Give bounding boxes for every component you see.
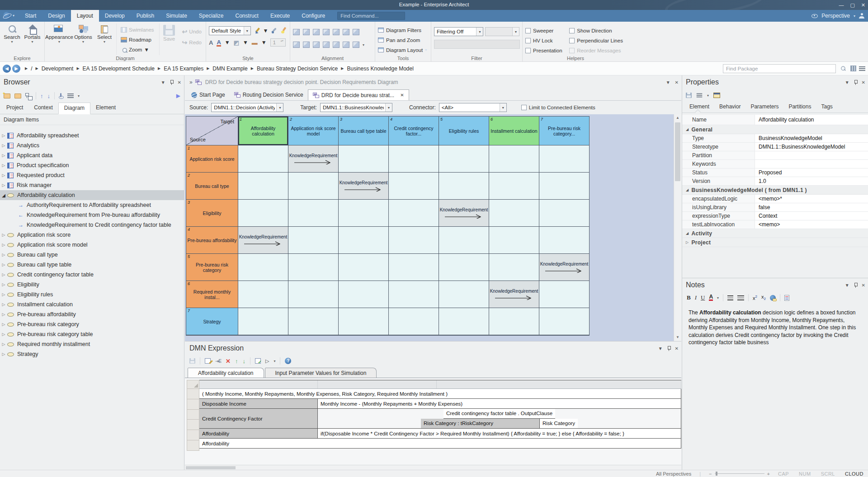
tab-close-icon[interactable]: ✕: [400, 93, 404, 98]
tree-item[interactable]: ▷Application risk score: [0, 230, 184, 240]
matrix-cell[interactable]: KnowledgeRequirement: [238, 227, 288, 254]
align-bottom-icon[interactable]: [323, 42, 330, 48]
notes-text[interactable]: The Affordability calculation decision l…: [682, 304, 868, 470]
section-expand-icon[interactable]: ▷: [686, 240, 689, 244]
properties-dialog-icon[interactable]: [713, 93, 720, 98]
diagram-tab[interactable]: DRD for Decide bureau strat...✕: [308, 89, 409, 100]
browser-menu-icon[interactable]: [67, 94, 74, 98]
matrix-cell[interactable]: [389, 200, 439, 227]
expand-icon[interactable]: ▷: [0, 183, 7, 187]
app-logo-icon[interactable]: [3, 12, 11, 19]
matrix-cell[interactable]: [439, 173, 489, 200]
make-same-height-icon[interactable]: [293, 29, 300, 35]
target-combo[interactable]: DMN1.1::BusinessKnowledge ▼: [320, 103, 392, 112]
matrix-row-header[interactable]: 4Pre-bureau affordability: [186, 227, 238, 254]
ribbon-tab-construct[interactable]: Construct: [230, 10, 264, 22]
default-style-combo[interactable]: Default Style ▼: [209, 26, 251, 35]
tools-pan-and-zoom[interactable]: Pan and Zoom: [378, 36, 427, 44]
zoom-button[interactable]: Zoom ▼: [119, 45, 156, 54]
matrix-cell[interactable]: [439, 308, 489, 335]
new-package-icon[interactable]: [4, 94, 10, 98]
dmn-entry-name[interactable]: Credit Contingency Factor: [199, 409, 318, 428]
dmn-entry-name[interactable]: Affordability: [199, 429, 318, 438]
browser-close-icon[interactable]: ✕: [178, 80, 181, 85]
dmn-parameters-row[interactable]: ( Monthly Income, Monthly Repayments, Mo…: [199, 389, 681, 399]
matrix-cell[interactable]: [339, 254, 389, 281]
expand-icon[interactable]: ▷: [0, 322, 7, 327]
matrix-column-header[interactable]: 3Bureau call type table: [339, 117, 389, 145]
move-down-icon[interactable]: ↓: [47, 93, 51, 99]
roadmap-button[interactable]: Roadmap: [119, 35, 156, 44]
tree-item[interactable]: →AuthorityRequirement to Affordability s…: [0, 200, 184, 210]
dmn-pin-icon[interactable]: [667, 346, 670, 351]
property-value[interactable]: [755, 151, 868, 159]
property-value[interactable]: [755, 160, 868, 168]
properties-dropdown-icon[interactable]: ▼: [845, 80, 849, 85]
space-evenly-horizontal-icon[interactable]: [333, 42, 340, 48]
locate-element-icon[interactable]: [59, 93, 63, 99]
ribbon-tab-publish[interactable]: Publish: [131, 10, 160, 22]
tree-item[interactable]: ▷Product specification: [0, 160, 184, 170]
ribbon-tab-simulate[interactable]: Simulate: [160, 10, 193, 22]
matrix-cell[interactable]: [539, 173, 590, 200]
dmn-row-selector[interactable]: [187, 420, 199, 430]
tools-diagram-filters[interactable]: Diagram Filters: [378, 26, 427, 34]
matrix-cell[interactable]: [439, 254, 489, 281]
dmn-insert-node-icon[interactable]: ⇥E: [215, 359, 221, 364]
properties-section[interactable]: ◢General: [682, 125, 868, 134]
font-button[interactable]: A: [209, 39, 213, 46]
align-top-icon[interactable]: [313, 42, 320, 48]
breadcrumb-item[interactable]: EA 15 Development Schedule: [83, 65, 155, 72]
scroll-down-icon[interactable]: ▼: [674, 334, 681, 341]
section-collapse-icon[interactable]: ◢: [686, 188, 689, 192]
dmn-row-selector[interactable]: [187, 399, 199, 410]
matrix-cell[interactable]: [339, 308, 389, 335]
notes-close-icon[interactable]: ✕: [862, 283, 865, 288]
close-icon[interactable]: ✕: [861, 2, 865, 8]
browser-pin-icon[interactable]: [170, 80, 173, 85]
expand-icon[interactable]: ▷: [0, 342, 7, 346]
tree-item[interactable]: ▷Risk manager: [0, 180, 184, 190]
ribbon-tab-develop[interactable]: Develop: [99, 10, 131, 22]
matrix-cell[interactable]: [389, 254, 439, 281]
breadcrumb-item[interactable]: Development: [42, 65, 74, 72]
align-left-icon[interactable]: [293, 42, 300, 48]
expand-icon[interactable]: ▷: [0, 133, 7, 138]
align-center-vertical-icon[interactable]: [323, 29, 330, 35]
expand-icon[interactable]: ▷: [0, 143, 7, 148]
tree-item[interactable]: ▷Bureau call type table: [0, 260, 184, 270]
helper-checkbox-show-direction[interactable]: Show Direction: [569, 26, 623, 35]
underline-icon[interactable]: U: [701, 294, 705, 301]
dmn-row-selector[interactable]: [187, 389, 199, 399]
appearance-button[interactable]: Appearance ▼: [47, 23, 71, 55]
find-package-input[interactable]: Find Package: [723, 64, 836, 73]
zoom-out-icon[interactable]: −: [709, 471, 712, 477]
expand-icon[interactable]: ▷: [0, 282, 7, 287]
dmn-binding-value[interactable]: Risk Category: [540, 419, 578, 428]
matrix-cell[interactable]: [439, 227, 489, 254]
tree-item[interactable]: ▷Application risk score model: [0, 240, 184, 250]
dmn-entry-expression[interactable]: Monthly Income - (Monthly Repayments + M…: [318, 399, 681, 408]
text-color-icon[interactable]: A: [709, 295, 713, 301]
expand-icon[interactable]: ▷: [0, 233, 7, 237]
matrix-cell[interactable]: [539, 227, 590, 254]
ribbon-tab-layout[interactable]: Layout: [71, 10, 99, 22]
dmn-context-row[interactable]: Affordabilityif(Disposable Income * Cred…: [199, 429, 681, 439]
matrix-cell[interactable]: [489, 145, 539, 173]
expand-icon[interactable]: ▷: [0, 302, 7, 307]
tree-item[interactable]: ▷Affordability spreadsheet: [0, 131, 184, 140]
matrix-cell[interactable]: KnowledgeRequirement: [539, 254, 590, 281]
tree-item[interactable]: ▷Credit contingency factor table: [0, 270, 184, 280]
expand-icon[interactable]: ▷: [0, 153, 7, 158]
portals-button[interactable]: Portals ▼: [23, 23, 42, 55]
dmn-row-selector[interactable]: [187, 430, 199, 440]
ribbon-tab-start[interactable]: Start: [19, 10, 42, 22]
dmn-help-icon[interactable]: ?: [285, 358, 291, 364]
subscript-icon[interactable]: x2: [761, 294, 766, 301]
dmn-row-selector[interactable]: [187, 380, 199, 389]
dmn-tab[interactable]: Affordability calculation: [188, 368, 264, 378]
matrix-cell[interactable]: [238, 254, 288, 281]
maximize-icon[interactable]: ▢: [850, 2, 854, 8]
minimize-icon[interactable]: —: [839, 2, 844, 8]
notes-dropdown-icon[interactable]: ▼: [845, 283, 849, 288]
